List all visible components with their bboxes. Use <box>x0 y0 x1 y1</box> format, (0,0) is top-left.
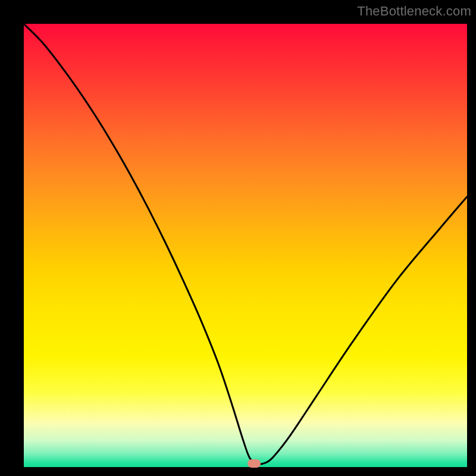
plot-area <box>24 24 467 467</box>
bottleneck-curve <box>24 24 467 467</box>
chart-frame: TheBottleneck.com <box>0 0 476 476</box>
bottleneck-marker <box>248 459 261 468</box>
watermark-text: TheBottleneck.com <box>357 4 471 19</box>
